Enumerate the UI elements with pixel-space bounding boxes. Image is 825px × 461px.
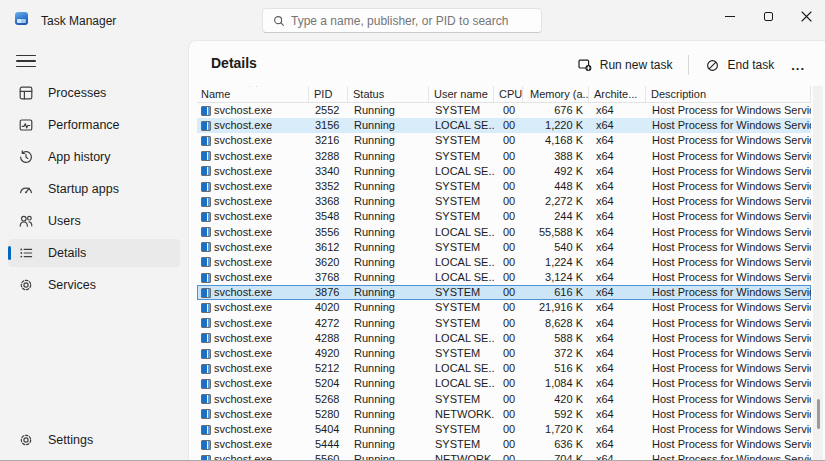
table-row[interactable]: svchost.exe 3340 Running LOCAL SE... 00 … [197, 164, 811, 179]
svchost-icon [201, 121, 211, 131]
svchost-icon [201, 333, 211, 343]
sidebar-item-performance[interactable]: Performance [8, 111, 180, 139]
table-row[interactable]: svchost.exe 4920 Running SYSTEM 00 372 K… [197, 346, 811, 361]
cpu-cell: 00 [494, 392, 523, 407]
sidebar-item-services[interactable]: Services [8, 271, 180, 299]
sidebar-item-app-history[interactable]: App history [8, 143, 180, 171]
process-name: svchost.exe [214, 240, 272, 255]
table-row[interactable]: svchost.exe 3612 Running SYSTEM 00 540 K… [197, 240, 811, 255]
end-task-button[interactable]: End task [696, 54, 783, 77]
table-row[interactable]: svchost.exe 5404 Running SYSTEM 00 1,720… [197, 422, 811, 437]
status-cell: Running [348, 133, 429, 148]
table-row[interactable]: svchost.exe 3768 Running LOCAL SE... 00 … [197, 270, 811, 285]
sidebar-item-details[interactable]: Details [8, 239, 180, 267]
description-cell: Host Process for Windows Services [646, 285, 811, 300]
architecture-cell: x64 [589, 179, 646, 194]
table-row[interactable]: svchost.exe 3288 Running SYSTEM 00 388 K… [197, 149, 811, 164]
process-name-cell: svchost.exe [197, 346, 309, 361]
table-row[interactable]: svchost.exe 2552 Running SYSTEM 00 676 K… [197, 103, 811, 118]
sidebar-item-label: Services [48, 278, 96, 292]
table-row[interactable]: svchost.exe 5204 Running LOCAL SE... 00 … [197, 376, 811, 391]
column-header-architecture[interactable]: Archite... [589, 86, 646, 102]
scrollbar-thumb[interactable] [817, 399, 820, 429]
table-row[interactable]: svchost.exe 4288 Running LOCAL SE... 00 … [197, 331, 811, 346]
architecture-cell: x64 [589, 407, 646, 422]
cpu-cell: 00 [494, 346, 523, 361]
memory-cell: 420 K [523, 392, 589, 407]
table-row[interactable]: svchost.exe 3156 Running LOCAL SE... 00 … [197, 118, 811, 133]
user-name-cell: SYSTEM [429, 285, 494, 300]
more-options-button[interactable]: ... [783, 54, 813, 77]
sidebar-item-label: Processes [48, 86, 106, 100]
table-row[interactable]: svchost.exe 3556 Running LOCAL SE... 00 … [197, 225, 811, 240]
column-header-user-name[interactable]: User name [429, 86, 494, 102]
user-name-cell: LOCAL SE... [429, 376, 494, 391]
architecture-cell: x64 [589, 255, 646, 270]
architecture-cell: x64 [589, 331, 646, 346]
table-row[interactable]: svchost.exe 3620 Running LOCAL SE... 00 … [197, 255, 811, 270]
pid-cell: 5560 [309, 452, 348, 460]
table-row[interactable]: svchost.exe 5280 Running NETWORK... 00 5… [197, 407, 811, 422]
table-row[interactable]: svchost.exe 5560 Running NETWORK... 00 7… [197, 452, 811, 460]
column-header-memory[interactable]: Memory (a... [523, 86, 589, 102]
user-name-cell: SYSTEM [429, 392, 494, 407]
table-row[interactable]: svchost.exe 3216 Running SYSTEM 00 4,168… [197, 133, 811, 148]
performance-icon [18, 117, 34, 133]
table-row[interactable]: svchost.exe 5212 Running LOCAL SE... 00 … [197, 361, 811, 376]
sidebar-item-users[interactable]: Users [8, 207, 180, 235]
vertical-scrollbar[interactable] [813, 86, 823, 460]
table-row[interactable]: svchost.exe 3876 Running SYSTEM 00 616 K… [197, 285, 811, 300]
pid-cell: 3368 [309, 194, 348, 209]
cpu-cell: 00 [494, 452, 523, 460]
column-header-pid[interactable]: PID [309, 86, 348, 102]
status-cell: Running [348, 285, 429, 300]
sidebar-item-settings[interactable]: Settings [8, 426, 180, 454]
architecture-cell: x64 [589, 361, 646, 376]
close-button[interactable] [787, 0, 825, 32]
process-name: svchost.exe [214, 255, 272, 270]
run-new-task-button[interactable]: Run new task [568, 53, 682, 77]
column-header-cpu[interactable]: CPU [494, 86, 523, 102]
table-row[interactable]: svchost.exe 3368 Running SYSTEM 00 2,272… [197, 194, 811, 209]
table-row[interactable]: svchost.exe 5268 Running SYSTEM 00 420 K… [197, 392, 811, 407]
user-name-cell: SYSTEM [429, 422, 494, 437]
cpu-cell: 00 [494, 103, 523, 118]
column-header-name[interactable]: Name [197, 86, 309, 102]
status-cell: Running [348, 103, 429, 118]
search-box[interactable] [262, 8, 542, 33]
user-name-cell: SYSTEM [429, 194, 494, 209]
maximize-button[interactable] [749, 0, 787, 32]
navigation-menu-button[interactable] [10, 48, 42, 74]
description-cell: Host Process for Windows Services [646, 392, 811, 407]
minimize-button[interactable] [711, 0, 749, 32]
column-header-description[interactable]: Description [646, 86, 811, 102]
pid-cell: 3156 [309, 118, 348, 133]
table-row[interactable]: svchost.exe 4020 Running SYSTEM 00 21,91… [197, 300, 811, 315]
process-name-cell: svchost.exe [197, 422, 309, 437]
process-name: svchost.exe [214, 209, 272, 224]
search-input[interactable] [291, 9, 535, 32]
sidebar-item-processes[interactable]: Processes [8, 79, 180, 107]
memory-cell: 588 K [523, 331, 589, 346]
process-name-cell: svchost.exe [197, 255, 309, 270]
process-name-cell: svchost.exe [197, 361, 309, 376]
svchost-icon [201, 227, 211, 237]
architecture-cell: x64 [589, 346, 646, 361]
sidebar-item-startup-apps[interactable]: Startup apps [8, 175, 180, 203]
pid-cell: 4920 [309, 346, 348, 361]
cpu-cell: 00 [494, 209, 523, 224]
svchost-icon [201, 349, 211, 359]
svchost-icon [201, 318, 211, 328]
svchost-icon [201, 303, 211, 313]
column-header-status[interactable]: Status [348, 86, 429, 102]
table-row[interactable]: svchost.exe 3352 Running SYSTEM 00 448 K… [197, 179, 811, 194]
cpu-cell: 00 [494, 331, 523, 346]
architecture-cell: x64 [589, 437, 646, 452]
table-row[interactable]: svchost.exe 3548 Running SYSTEM 00 244 K… [197, 209, 811, 224]
description-cell: Host Process for Windows Services [646, 361, 811, 376]
table-row[interactable]: svchost.exe 4272 Running SYSTEM 00 8,628… [197, 316, 811, 331]
process-name-cell: svchost.exe [197, 209, 309, 224]
table-row[interactable]: svchost.exe 5444 Running SYSTEM 00 636 K… [197, 437, 811, 452]
processes-icon [18, 85, 34, 101]
process-name: svchost.exe [214, 225, 272, 240]
